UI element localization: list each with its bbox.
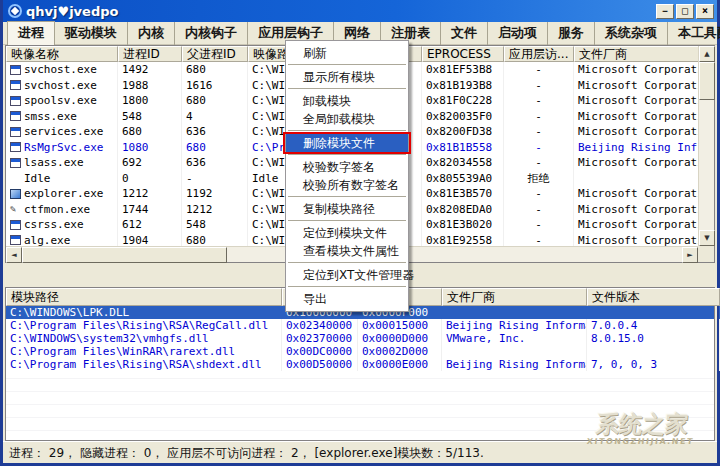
process-cell-pid: 1212 <box>118 186 182 202</box>
menu-item-locate-xt-file-manager[interactable]: 定位到XT文件管理器 <box>286 266 408 284</box>
process-cell-vendor: Microsoft Corporatio <box>574 93 708 109</box>
process-cell-name: services.exe <box>6 124 118 140</box>
process-cell-eprocess: 0x81EF53B8 <box>422 62 504 78</box>
menu-item-refresh[interactable]: 刷新 <box>286 44 408 62</box>
module-column-header-3[interactable]: 文件厂商 <box>442 288 587 306</box>
menu-item-show-all-modules[interactable]: 显示所有模块 <box>286 68 408 86</box>
process-name: services.exe <box>24 124 103 140</box>
process-cell-ppid: 1616 <box>182 78 248 94</box>
window-icon <box>10 142 21 152</box>
menu-item-export[interactable]: 导出 <box>286 290 408 308</box>
module-row[interactable]: C:\Program Files\Rising\RSA\shdext.dll0x… <box>6 358 714 371</box>
watermark: 系统之家 XITONGZHIJIA.NET <box>564 411 717 461</box>
maximize-button[interactable]: □ <box>676 4 694 19</box>
menu-item-locate-module-file[interactable]: 定位到模块文件 <box>286 224 408 242</box>
module-cell-vendor: Beijing Rising Information... <box>442 319 587 332</box>
window-icon <box>10 220 21 230</box>
module-cell-path: C:\Program Files\Rising\RSA\RegCall.dll <box>6 319 282 332</box>
close-button[interactable]: × <box>696 4 714 19</box>
process-name: ctfmon.exe <box>24 202 90 218</box>
module-column-header-0[interactable]: 模块路径 <box>6 288 282 306</box>
module-cell-size: 0x00015000 <box>358 319 442 332</box>
tab-system-misc[interactable]: 系统杂项 <box>595 22 668 45</box>
module-cell-base: 0x02370000 <box>282 332 358 345</box>
process-cell-eprocess: 0x81B193B8 <box>422 78 504 94</box>
process-cell-eprocess: 0x82034558 <box>422 155 504 171</box>
process-column-header-0[interactable]: 映像名称 <box>6 46 118 62</box>
minimize-button[interactable]: － <box>656 4 674 19</box>
menu-item-global-unload-module[interactable]: 全局卸载模块 <box>286 110 408 128</box>
window-icon <box>10 158 21 168</box>
process-cell-eprocess: 0x820035F0 <box>422 109 504 125</box>
module-row[interactable]: C:\Program Files\WinRAR\rarext.dll0x00DC… <box>6 345 714 358</box>
module-cell-vendor <box>442 345 587 358</box>
horizontal-scroll-thumb[interactable] <box>22 247 227 263</box>
app-window: qhvj♥jvedpo － □ × 进程驱动模块内核内核钩子应用层钩子网络注册表… <box>0 0 720 466</box>
process-cell-app_access: - <box>504 93 574 109</box>
process-cell-app_access: - <box>504 140 574 156</box>
tab-kernel[interactable]: 内核 <box>128 22 175 45</box>
process-cell-pid: 1744 <box>118 202 182 218</box>
tab-services[interactable]: 服务 <box>548 22 595 45</box>
menu-item-copy-module-path[interactable]: 复制模块路径 <box>286 200 408 218</box>
process-name: explorer.exe <box>24 186 103 202</box>
tab-file[interactable]: 文件 <box>441 22 488 45</box>
tab-kernel-hooks[interactable]: 内核钩子 <box>175 22 248 45</box>
app-logo-icon <box>8 4 22 18</box>
module-row[interactable]: C:\WINDOWS\system32\vmhgfs.dll0x02370000… <box>6 332 714 345</box>
process-cell-app_access: - <box>504 124 574 140</box>
window-icon <box>10 111 21 121</box>
module-row[interactable]: C:\Program Files\Rising\RSA\RegCall.dll0… <box>6 319 714 332</box>
process-cell-vendor: Beijing Rising Inf.. <box>574 140 708 156</box>
process-cell-vendor: Microsoft Corporatio <box>574 186 708 202</box>
tab-driver-modules[interactable]: 驱动模块 <box>55 22 128 45</box>
process-cell-vendor: Microsoft Corporatio <box>574 78 708 94</box>
process-cell-ppid: 548 <box>182 217 248 233</box>
process-name: lsass.exe <box>24 155 84 171</box>
scroll-left-icon[interactable]: ◄ <box>6 247 22 263</box>
window-icon <box>10 65 21 75</box>
menu-item-verify-signature[interactable]: 校验数字签名 <box>286 158 408 176</box>
process-column-header-4[interactable]: EPROCESS <box>422 46 504 62</box>
process-cell-pid: 1988 <box>118 78 182 94</box>
scroll-right-icon[interactable]: ► <box>682 247 698 263</box>
tab-tool-config[interactable]: 本工具配置 <box>668 22 720 45</box>
process-cell-ppid: 680 <box>182 62 248 78</box>
process-cell-name: RsMgrSvc.exe <box>6 140 118 156</box>
watermark-logo-text: 系统之家 <box>567 411 718 437</box>
process-cell-ppid: 680 <box>182 140 248 156</box>
scrollbar-corner <box>698 246 714 262</box>
process-cell-name: spoolsv.exe <box>6 93 118 109</box>
process-cell-ppid: 636 <box>182 155 248 171</box>
module-cell-base: 0x00D50000 <box>282 358 358 371</box>
process-cell-name: Idle <box>6 171 118 187</box>
window-icon <box>10 235 21 245</box>
tab-startup[interactable]: 启动项 <box>488 22 548 45</box>
process-cell-app_access: - <box>504 202 574 218</box>
process-cell-pid: 1080 <box>118 140 182 156</box>
process-column-header-2[interactable]: 父进程ID <box>182 46 248 62</box>
menu-item-verify-all-signatures[interactable]: 校验所有数字签名 <box>286 176 408 194</box>
scroll-down-icon[interactable]: ▼ <box>699 230 715 246</box>
vertical-scroll-thumb[interactable] <box>699 62 715 100</box>
process-cell-eprocess: 0x8200FD38 <box>422 124 504 140</box>
process-cell-pid: 548 <box>118 109 182 125</box>
process-column-header-1[interactable]: 进程ID <box>118 46 182 62</box>
process-cell-app_access: - <box>504 78 574 94</box>
module-table-body: C:\WINDOWS\LPK.DLL0x100000000x0000F000C:… <box>6 306 714 371</box>
process-cell-name: svchost.exe <box>6 78 118 94</box>
module-column-header-4[interactable]: 文件版本 <box>587 288 720 306</box>
module-cell-version: 7, 0, 0, 3 <box>587 358 720 371</box>
vertical-scrollbar[interactable]: ▲ ▼ <box>698 46 714 246</box>
window-title: qhvj♥jvedpo <box>26 4 656 19</box>
scroll-up-icon[interactable]: ▲ <box>699 46 715 62</box>
menu-item-unload-module[interactable]: 卸载模块 <box>286 92 408 110</box>
process-column-header-5[interactable]: 应用层访... <box>504 46 574 62</box>
tab-process[interactable]: 进程 <box>7 21 55 45</box>
process-cell-app_access: 拒绝 <box>504 171 574 187</box>
process-cell-eprocess: 0x81B1B558 <box>422 140 504 156</box>
process-column-header-6[interactable]: 文件厂商 <box>574 46 708 62</box>
menu-item-view-module-file-properties[interactable]: 查看模块文件属性 <box>286 242 408 260</box>
module-cell-path: C:\Program Files\WinRAR\rarext.dll <box>6 345 282 358</box>
menu-item-delete-module-file[interactable]: 删除模块文件 <box>286 134 408 152</box>
